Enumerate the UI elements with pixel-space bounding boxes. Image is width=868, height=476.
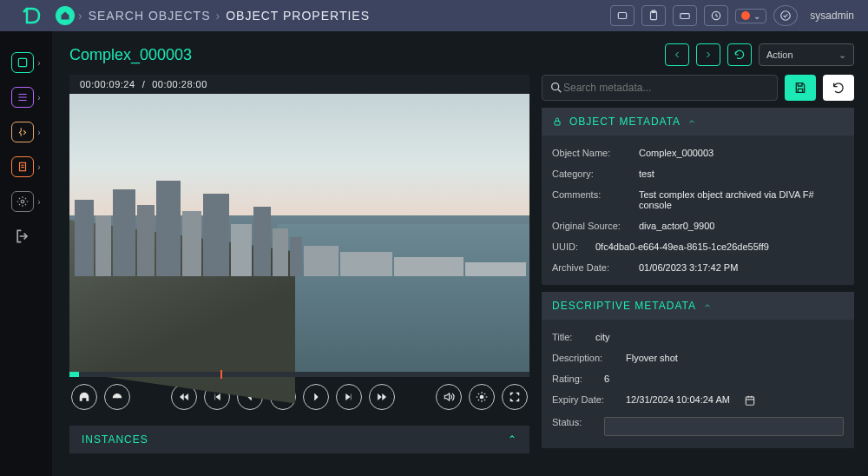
nav-item-storage[interactable]: › <box>0 82 52 113</box>
archive-date-label: Archive Date: <box>552 262 630 273</box>
nav-item-logout[interactable]: › <box>0 221 52 252</box>
status-select[interactable] <box>604 417 844 436</box>
video-progress-track[interactable] <box>69 372 529 377</box>
toolbar-btn-clipboard[interactable] <box>641 5 666 26</box>
home-icon <box>60 10 70 21</box>
nav-item-actions[interactable]: › <box>0 116 52 148</box>
original-source-value: diva_actor0_9900 <box>639 221 714 231</box>
title-label: Title: <box>552 332 587 342</box>
status-menu[interactable]: ⌄ <box>735 9 766 23</box>
svg-point-10 <box>552 83 559 90</box>
category-label: Category: <box>552 169 630 179</box>
brand-logo <box>9 0 56 31</box>
toolbar-btn-keyboard[interactable] <box>673 5 697 26</box>
uuid-value: 0fc4dba0-e664-49ea-8615-1ce26de55ff9 <box>595 241 769 252</box>
video-current-time: 00:00:09:24 <box>80 79 135 89</box>
toolbar-btn-1[interactable] <box>610 5 635 26</box>
calendar-icon[interactable] <box>744 394 756 407</box>
user-name[interactable]: sysadmin <box>805 10 859 22</box>
comments-value: Test complex object archived via DIVA F#… <box>639 189 844 210</box>
svg-point-9 <box>480 395 483 399</box>
action-dropdown[interactable]: Action ⌄ <box>759 43 854 66</box>
expiry-value: 12/31/2024 10:04:24 AM <box>626 394 730 407</box>
speed-button[interactable] <box>104 384 130 410</box>
headphones-button[interactable] <box>71 384 97 410</box>
chevron-down-icon: ⌄ <box>838 50 846 61</box>
video-controls <box>69 377 529 417</box>
video-timecode-bar: 00:00:09:24 / 00:00:28:00 <box>69 75 529 94</box>
video-column: 00:00:09:24 / 00:00:28:00 <box>69 75 529 457</box>
svg-rect-0 <box>619 13 627 19</box>
chevron-right-icon: › <box>78 9 83 23</box>
refresh-button[interactable] <box>727 43 752 66</box>
nav-item-docs[interactable]: › <box>0 151 52 182</box>
chevron-down-icon: ⌄ <box>753 11 760 21</box>
rating-label: Rating: <box>552 374 595 384</box>
category-value: test <box>639 169 654 179</box>
uuid-label: UUID: <box>552 241 587 252</box>
archive-date-value: 01/06/2023 3:17:42 PM <box>639 262 738 273</box>
panel-title: DESCRIPTIVE METADATA <box>552 300 696 312</box>
left-icon-bar: › › › › › › <box>0 31 52 476</box>
svg-rect-6 <box>19 58 27 66</box>
panel-title: OBJECT METADATA <box>569 116 681 128</box>
object-title: Complex_000003 <box>69 46 192 64</box>
breadcrumb-search-objects[interactable]: SEARCH OBJECTS <box>89 9 211 23</box>
search-icon <box>549 81 563 95</box>
chevron-right-icon: › <box>215 9 220 23</box>
descriptive-metadata-panel: DESCRIPTIVE METADATA Title:city Descript… <box>542 292 854 448</box>
video-total-time: 00:00:28:00 <box>152 79 207 89</box>
undo-icon <box>832 81 845 95</box>
settings-button[interactable] <box>469 384 495 410</box>
metadata-column: OBJECT METADATA Object Name:Complex_0000… <box>542 75 854 457</box>
object-metadata-panel: OBJECT METADATA Object Name:Complex_0000… <box>542 108 854 285</box>
video-progress-fill <box>69 372 79 377</box>
toolbar-btn-check[interactable] <box>773 5 798 26</box>
save-metadata-button[interactable] <box>785 75 816 101</box>
volume-button[interactable] <box>436 384 462 410</box>
step-forward-button[interactable] <box>303 384 329 410</box>
object-metadata-header[interactable]: OBJECT METADATA <box>542 108 854 136</box>
expiry-label: Expiry Date: <box>552 394 617 407</box>
status-label: Status: <box>552 417 595 436</box>
description-label: Description: <box>552 353 617 363</box>
svg-rect-11 <box>555 122 560 126</box>
search-metadata-box[interactable] <box>542 75 778 101</box>
svg-point-8 <box>22 200 25 203</box>
nav-item-assets[interactable]: › <box>0 47 52 78</box>
fast-forward-button[interactable] <box>369 384 395 410</box>
descriptive-metadata-header[interactable]: DESCRIPTIVE METADATA <box>542 292 854 320</box>
reset-metadata-button[interactable] <box>823 75 854 101</box>
save-icon <box>793 81 807 95</box>
instances-title: INSTANCES <box>82 433 148 446</box>
home-button[interactable] <box>56 6 75 25</box>
skip-forward-button[interactable] <box>336 384 362 410</box>
prev-object-button[interactable] <box>665 43 689 66</box>
object-name-label: Object Name: <box>552 148 630 158</box>
logout-icon <box>14 228 31 245</box>
svg-rect-3 <box>681 14 690 19</box>
next-object-button[interactable] <box>696 43 720 66</box>
nav-item-settings[interactable]: › <box>0 186 52 217</box>
svg-rect-12 <box>746 397 753 405</box>
chevron-up-icon: ⌃ <box>508 433 517 446</box>
chevron-up-icon <box>703 301 712 310</box>
svg-point-5 <box>781 11 791 21</box>
search-metadata-input[interactable] <box>563 82 770 94</box>
rating-value: 6 <box>604 374 609 384</box>
breadcrumb-object-properties: OBJECT PROPERTIES <box>226 9 370 23</box>
time-separator: / <box>142 79 146 89</box>
object-name-value: Complex_000003 <box>639 148 713 158</box>
lock-icon <box>552 116 562 127</box>
comments-label: Comments: <box>552 189 630 210</box>
instances-panel-header[interactable]: INSTANCES ⌃ <box>69 426 529 453</box>
chevron-up-icon <box>687 117 696 126</box>
title-value: city <box>595 332 610 342</box>
top-bar: › SEARCH OBJECTS › OBJECT PROPERTIES ⌄ s… <box>0 0 868 31</box>
brand-icon <box>22 5 43 26</box>
original-source-label: Original Source: <box>552 221 630 231</box>
action-dropdown-label: Action <box>766 50 793 60</box>
fullscreen-button[interactable] <box>502 384 528 410</box>
toolbar-btn-history[interactable] <box>704 5 728 26</box>
video-player[interactable] <box>69 94 529 372</box>
